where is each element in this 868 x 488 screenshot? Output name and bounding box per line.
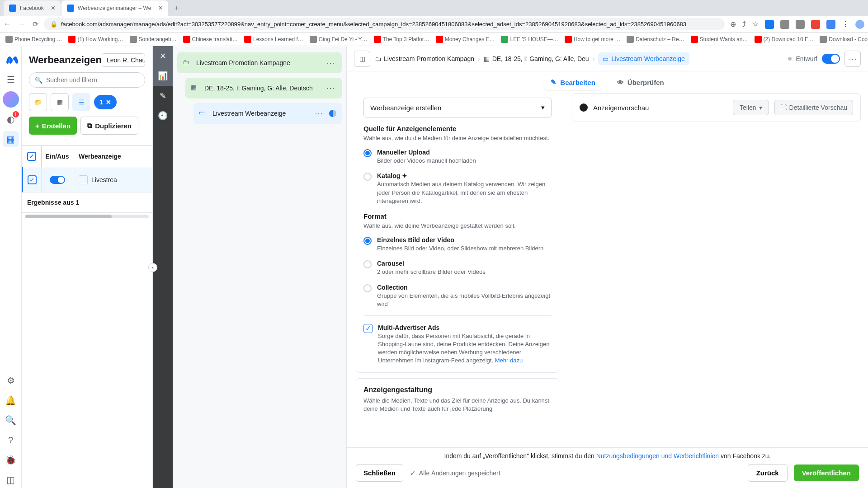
more-icon[interactable]: ⋯ [325, 58, 336, 68]
panel-icon[interactable]: ◫ [3, 472, 19, 488]
back-button[interactable]: Zurück [748, 464, 788, 482]
bookmark-item[interactable]: Phone Recycling … [4, 35, 64, 44]
search-input[interactable]: 🔍 [29, 72, 145, 88]
share-icon[interactable]: ⤴ [742, 20, 746, 28]
hierarchy-campaign[interactable]: 🗀 Livestream Promotion Kampagne ⋯ [177, 52, 342, 73]
multi-advertiser-option[interactable]: ✓ Multi-Advertiser Ads Sorge dafür, dass… [363, 315, 552, 365]
hierarchy-ad[interactable]: ▭ Livestream Werbeanzeige ⋯ [193, 103, 342, 124]
ad-type-dropdown[interactable]: Werbeanzeige erstellen ▾ [363, 98, 552, 117]
forward-icon[interactable]: → [18, 20, 25, 28]
format-option-single[interactable]: Einzelnes Bild oder Video Einzelnes Bild… [363, 236, 552, 253]
panel-toggle-button[interactable]: ◫ [354, 51, 370, 67]
menu-icon[interactable]: ☰ [3, 71, 19, 88]
meta-logo[interactable] [3, 52, 19, 68]
edit-icon[interactable]: ✎ [153, 86, 173, 106]
bookmark-item[interactable]: How to get more … [563, 35, 622, 44]
bug-icon[interactable]: 🐞 [3, 452, 19, 468]
reload-icon[interactable]: ⟳ [33, 20, 38, 28]
create-button[interactable]: +Erstellen [29, 117, 77, 135]
zoom-icon[interactable]: ⊕ [730, 20, 736, 28]
more-button[interactable]: ⋯ [844, 51, 861, 67]
bookmark-item[interactable]: The Top 3 Platfor… [372, 35, 431, 44]
help-icon[interactable]: ? [3, 432, 19, 448]
close-button[interactable]: Schließen [356, 464, 403, 482]
more-icon[interactable]: ⋮ [842, 20, 849, 28]
column-header[interactable]: Werbeanzeige [73, 153, 152, 160]
terms-link[interactable]: Nutzungsbedingungen und Werberichtlinien [596, 452, 719, 460]
extension-icon[interactable] [780, 20, 789, 29]
bookmark-item[interactable]: Lessons Learned f… [242, 35, 305, 44]
column-header[interactable]: Ein/Aus [42, 146, 73, 167]
bookmark-item[interactable]: Sonderangeb… [128, 35, 179, 44]
extension-icon[interactable] [826, 20, 835, 29]
radio-button[interactable] [363, 173, 372, 181]
breadcrumb-ad[interactable]: ▭Livestream Werbeanzeige [598, 52, 689, 65]
horizontal-scrollbar[interactable] [25, 215, 149, 218]
more-icon[interactable]: ⋯ [325, 83, 336, 93]
gear-icon[interactable]: ⚙ [3, 372, 19, 389]
folder-view-button[interactable]: 📁 [29, 93, 47, 111]
bookmark-item[interactable]: Chinese translati… [181, 35, 240, 44]
bookmark-item[interactable]: Datenschutz – Re… [625, 35, 686, 44]
selection-chip[interactable]: 1✕ [94, 95, 117, 109]
more-link[interactable]: Mehr dazu [495, 357, 523, 364]
search-field[interactable] [46, 76, 139, 84]
radio-button[interactable] [363, 149, 372, 157]
chart-icon[interactable]: 📊 [153, 66, 173, 86]
bookmark-item[interactable]: Download - Cooki… [818, 35, 868, 44]
source-option-manual[interactable]: Manueller Upload Bilder oder Videos manu… [363, 149, 552, 165]
history-icon[interactable]: 🕘 [153, 106, 173, 126]
radio-button[interactable] [363, 260, 372, 268]
radio-button[interactable] [363, 284, 372, 292]
source-option-catalog[interactable]: Katalog✦ Automatisch Medien aus deinem K… [363, 172, 552, 205]
bookmark-item[interactable]: (2) Download 10 F… [753, 35, 816, 44]
close-icon[interactable]: × [51, 4, 55, 12]
extension-icon[interactable] [796, 20, 805, 29]
checkbox[interactable]: ✓ [363, 324, 373, 333]
toggle-switch[interactable] [50, 176, 65, 184]
profile-avatar[interactable] [855, 20, 864, 29]
bookmark-item[interactable]: Student Wants an… [689, 35, 750, 44]
share-button[interactable]: Teilen▾ [733, 100, 769, 115]
bookmark-item[interactable]: Ging Fei De Yi - Y… [308, 35, 369, 44]
browser-tab-facebook[interactable]: Facebook × [4, 0, 61, 16]
row-checkbox[interactable]: ✓ [28, 175, 37, 184]
table-row[interactable]: ✓ Livestrea [22, 167, 152, 192]
format-option-carousel[interactable]: Carousel 2 oder mehr scrollbare Bilder o… [363, 260, 552, 276]
format-option-collection[interactable]: Collection Gruppe von Elementen, die als… [363, 284, 552, 308]
close-icon[interactable]: ✕ [106, 99, 111, 106]
back-icon[interactable]: ← [4, 20, 11, 28]
avatar[interactable] [3, 91, 19, 108]
url-field[interactable]: 🔒 facebook.com/adsmanager/manage/ads/edi… [44, 18, 725, 30]
browser-tab-adsmanager[interactable]: Werbeanzeigenmanager – We × [61, 0, 168, 16]
tab-review[interactable]: 👁Überprüfen [611, 75, 670, 90]
bookmark-item[interactable]: LEE 'S HOUSE—… [499, 35, 560, 44]
extension-icon[interactable] [811, 20, 820, 29]
new-tab-button[interactable]: + [169, 4, 185, 13]
more-icon[interactable]: ⋯ [313, 108, 325, 118]
hierarchy-adset[interactable]: ▦ DE, 18-25, I: Gaming, G: Alle, Deutsch… [185, 78, 342, 99]
select-all-checkbox[interactable]: ✓ [27, 152, 36, 161]
account-selector[interactable]: Leon R. Chaudh [102, 53, 145, 67]
star-icon[interactable]: ☆ [752, 20, 759, 28]
extension-icon[interactable] [765, 20, 774, 29]
search-icon[interactable]: 🔍 [3, 412, 19, 428]
bell-icon[interactable]: 🔔 [3, 392, 19, 408]
detailed-preview-button[interactable]: ⛶Detaillierte Vorschau [774, 100, 853, 115]
duplicate-button[interactable]: ⧉Duplizieren [80, 117, 138, 135]
collapse-button[interactable]: ‹ [148, 263, 157, 272]
grid-view-button[interactable]: ▦ [51, 93, 69, 111]
bookmark-item[interactable]: (1) How Working… [66, 35, 125, 44]
status-toggle[interactable] [822, 54, 840, 64]
radio-button[interactable] [363, 237, 372, 245]
bookmark-item[interactable]: Money Changes E… [434, 35, 497, 44]
list-view-button[interactable]: ☰ [72, 93, 90, 111]
gauge-icon[interactable]: ◐1 [3, 111, 19, 127]
grid-icon[interactable]: ▦ [3, 131, 19, 147]
publish-button[interactable]: Veröffentlichen [794, 465, 859, 481]
tab-edit[interactable]: ✎Bearbeiten [544, 75, 602, 90]
close-icon[interactable]: × [158, 4, 162, 12]
close-icon[interactable]: ✕ [153, 46, 173, 66]
breadcrumb-adset[interactable]: ▦DE, 18-25, I: Gaming, G: Alle, Deu [484, 55, 589, 62]
breadcrumb-campaign[interactable]: 🗀Livestream Promotion Kampagn [375, 55, 474, 62]
